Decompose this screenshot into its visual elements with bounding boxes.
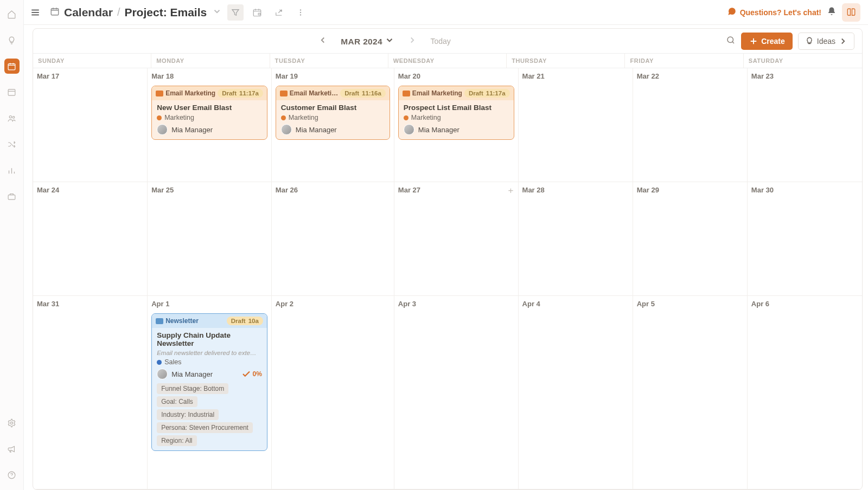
svg-point-12 (300, 14, 301, 15)
day-cell[interactable]: Mar 23 (748, 68, 862, 182)
status-badge: Draft11:17a (218, 89, 263, 98)
kebab-icon[interactable] (292, 4, 309, 21)
next-month-icon[interactable] (405, 33, 419, 49)
dow: WEDNESDAY (388, 54, 507, 68)
bell-icon[interactable] (827, 7, 837, 18)
tag-dot (157, 115, 162, 120)
day-cell[interactable]: Mar 21 (519, 68, 633, 182)
calendar: MAR 2024 Today Create Ideas SUNDAY MONDA… (33, 28, 863, 490)
mail-icon (156, 91, 163, 96)
card-title: Prospect List Email Blast (404, 104, 509, 112)
nav-analytics-icon[interactable] (4, 163, 20, 178)
chip: Industry: Industrial (157, 409, 219, 420)
day-cell[interactable]: Apr 1 NewsletterDraft10a Supply Chain Up… (148, 296, 272, 489)
card-desc: Email newsletter delivered to exte… (157, 350, 262, 356)
calendar-small-icon (50, 7, 60, 18)
nav-briefcase-icon[interactable] (4, 189, 20, 204)
day-cell[interactable]: Mar 28 (519, 182, 633, 296)
day-cell[interactable]: Mar 29 (633, 182, 748, 296)
chat-icon (727, 7, 737, 18)
status-badge: Draft11:16a (340, 89, 386, 98)
breadcrumb-calendar[interactable]: Calendar (64, 6, 113, 19)
svg-rect-7 (51, 9, 59, 15)
calendar-grid: Mar 17 Mar 18 Email MarketingDraft11:17a… (33, 68, 862, 489)
dow: SATURDAY (744, 54, 862, 68)
chat-link[interactable]: Questions? Let's chat! (727, 7, 821, 18)
ideas-button[interactable]: Ideas (798, 33, 854, 50)
avatar (404, 124, 414, 135)
topbar: Calendar / Project: Emails Questions? Le… (24, 0, 868, 25)
nav-help-icon[interactable] (4, 467, 20, 482)
tag-dot (404, 115, 409, 120)
event-card[interactable]: NewsletterDraft10a Supply Chain Update N… (151, 313, 267, 451)
create-button[interactable]: Create (741, 33, 793, 50)
day-cell[interactable]: Mar 24 (33, 182, 148, 296)
filter-icon[interactable] (227, 4, 244, 21)
chip: Region: All (157, 435, 196, 446)
tag-dot (281, 115, 286, 120)
svg-point-9 (258, 13, 260, 15)
nav-calendar-icon[interactable] (4, 59, 20, 74)
day-cell[interactable]: Apr 3 (394, 296, 519, 489)
month-label[interactable]: MAR 2024 (341, 35, 394, 47)
nav-home-icon[interactable] (4, 7, 20, 22)
day-cell[interactable]: Apr 2 (272, 296, 394, 489)
menu-icon[interactable] (26, 3, 44, 22)
chip: Goal: Calls (157, 396, 197, 407)
card-title: Customer Email Blast (281, 104, 385, 112)
day-cell[interactable]: Mar 30 (748, 182, 862, 296)
card-title: Supply Chain Update Newsletter (157, 331, 262, 347)
nav-board-icon[interactable] (4, 85, 20, 100)
left-nav (0, 0, 24, 490)
event-card[interactable]: Email Marketi…Draft11:16a Customer Email… (276, 86, 390, 140)
prev-month-icon[interactable] (316, 33, 330, 49)
dow: MONDAY (151, 54, 270, 68)
day-cell[interactable]: Mar 20 Email MarketingDraft11:17a Prospe… (394, 68, 519, 182)
dow: TUESDAY (270, 54, 388, 68)
add-icon[interactable]: + (508, 185, 514, 196)
card-title: New User Email Blast (157, 104, 262, 112)
nav-settings-icon[interactable] (4, 415, 20, 430)
day-cell[interactable]: Mar 18 Email MarketingDraft11:17a New Us… (148, 68, 272, 182)
book-icon[interactable] (842, 3, 860, 22)
mail-icon (280, 91, 288, 96)
day-cell[interactable]: Apr 4 (519, 296, 633, 489)
svg-point-2 (9, 115, 11, 118)
day-cell[interactable]: Mar 17 (33, 68, 148, 182)
breadcrumb: Calendar / Project: Emails (50, 6, 222, 19)
today-button[interactable]: Today (430, 37, 450, 46)
day-cell[interactable]: Apr 6 (748, 296, 862, 489)
breadcrumb-project[interactable]: Project: Emails (124, 6, 207, 19)
day-cell[interactable]: Mar 26 (272, 182, 394, 296)
nav-shuffle-icon[interactable] (4, 137, 20, 152)
newsletter-icon (156, 318, 163, 324)
nav-announce-icon[interactable] (4, 441, 20, 456)
day-cell[interactable]: Mar 25 (148, 182, 272, 296)
day-cell[interactable]: Mar 27+ (394, 182, 519, 296)
tag-dot (157, 360, 162, 365)
dow: FRIDAY (625, 54, 743, 68)
event-card[interactable]: Email MarketingDraft11:17a New User Emai… (151, 86, 267, 140)
search-icon[interactable] (726, 35, 736, 47)
day-cell[interactable]: Mar 19 Email Marketi…Draft11:16a Custome… (272, 68, 394, 182)
svg-point-10 (300, 9, 301, 10)
progress: 0% (241, 369, 261, 379)
svg-rect-0 (8, 63, 15, 69)
event-card[interactable]: Email MarketingDraft11:17a Prospect List… (398, 86, 514, 140)
nav-people-icon[interactable] (4, 111, 20, 126)
dow: SUNDAY (33, 54, 151, 68)
chevron-down-icon[interactable] (212, 7, 222, 18)
calendar-settings-icon[interactable] (249, 4, 265, 21)
svg-rect-1 (8, 89, 15, 95)
nav-bulb-icon[interactable] (4, 33, 20, 48)
dow: THURSDAY (507, 54, 625, 68)
svg-point-13 (727, 37, 733, 43)
day-cell[interactable]: Mar 22 (633, 68, 748, 182)
svg-point-11 (300, 11, 301, 12)
day-cell[interactable]: Mar 31 (33, 296, 148, 489)
day-cell[interactable]: Apr 5 (633, 296, 748, 489)
share-icon[interactable] (271, 4, 287, 21)
chip: Funnel Stage: Bottom (157, 383, 228, 394)
status-badge: Draft11:17a (464, 89, 510, 98)
avatar (157, 369, 168, 379)
